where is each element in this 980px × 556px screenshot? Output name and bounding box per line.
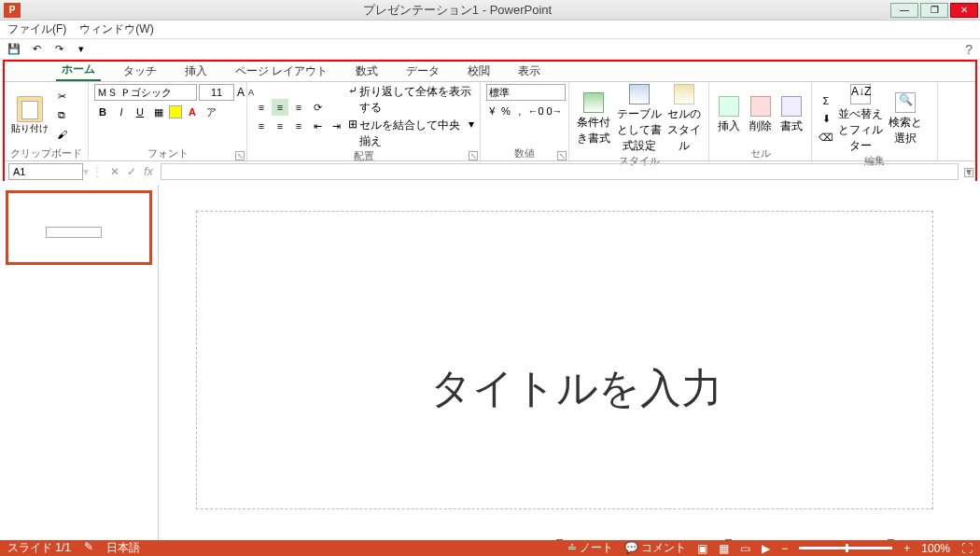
grow-font-icon[interactable]: A [236, 84, 245, 101]
paste-button[interactable]: 貼り付け [10, 96, 49, 135]
number-launcher[interactable]: ⤡ [557, 151, 567, 160]
tab-touch[interactable]: タッチ [118, 62, 162, 81]
insert-icon [719, 96, 739, 117]
decimal-dec-icon[interactable]: 0→ [546, 103, 563, 119]
merge-center-button[interactable]: ⊞セルを結合して中央揃え▾ [348, 118, 474, 149]
wrap-text-button[interactable]: ⤶折り返して全体を表示する [348, 84, 474, 116]
tab-insert[interactable]: 挿入 [179, 62, 213, 81]
group-cells-label: セル [715, 146, 805, 162]
name-box[interactable]: A1 [8, 163, 83, 180]
zoom-in-button[interactable]: + [903, 542, 910, 555]
qat-dropdown-icon[interactable]: ▾ [73, 41, 90, 58]
menu-window[interactable]: ウィンドウ(W) [79, 21, 153, 37]
undo-icon[interactable]: ↶ [28, 41, 45, 58]
ribbon-highlight: ホーム タッチ 挿入 ページ レイアウト 数式 データ 校閲 表示 貼り付け ✂… [3, 60, 977, 181]
slide-title-placeholder[interactable]: タイトルを入力 [430, 361, 722, 416]
fit-window-icon[interactable]: ⛶ [961, 542, 973, 555]
comments-button[interactable]: 💬 コメント [624, 540, 686, 556]
save-icon[interactable]: 💾 [6, 41, 22, 58]
tab-pagelayout[interactable]: ページ レイアウト [230, 62, 333, 81]
border-icon[interactable]: ▦ [150, 104, 167, 120]
font-name-select[interactable] [94, 84, 197, 101]
bold-button[interactable]: B [94, 104, 111, 120]
view-reading-icon[interactable]: ▭ [740, 542, 750, 555]
delete-icon [750, 96, 771, 117]
align-bottom-icon[interactable]: ≡ [290, 99, 307, 116]
indent-dec-icon[interactable]: ⇤ [309, 118, 326, 134]
find-select-button[interactable]: 🔍検索と選択 [887, 92, 924, 146]
slide-thumbnail[interactable] [6, 190, 152, 265]
minimize-button[interactable]: — [890, 3, 918, 18]
align-middle-icon[interactable]: ≡ [272, 99, 288, 116]
indent-inc-icon[interactable]: ⇥ [328, 118, 344, 134]
align-right-icon[interactable]: ≡ [290, 118, 307, 134]
view-sorter-icon[interactable]: ▦ [719, 542, 729, 555]
clipboard-launcher[interactable]: ⤡ [964, 168, 973, 177]
orientation-icon[interactable]: ⟳ [309, 99, 326, 116]
view-normal-icon[interactable]: ▣ [697, 542, 707, 555]
italic-button[interactable]: I [113, 104, 130, 120]
paste-icon [17, 96, 43, 122]
conditional-format-button[interactable]: 条件付き書式 [575, 92, 611, 146]
tab-view[interactable]: 表示 [512, 62, 546, 81]
align-left-icon[interactable]: ≡ [253, 118, 270, 134]
find-icon: 🔍 [895, 92, 916, 113]
cancel-formula-icon[interactable]: ✕ [110, 165, 119, 178]
cut-icon[interactable]: ✂ [53, 89, 70, 105]
tab-formula[interactable]: 数式 [350, 62, 384, 81]
align-top-icon[interactable]: ≡ [253, 99, 270, 116]
font-launcher[interactable]: ⤡ [235, 151, 245, 160]
tab-home[interactable]: ホーム [56, 60, 101, 81]
decimal-inc-icon[interactable]: ←0 [527, 103, 544, 119]
zoom-slider[interactable] [799, 547, 892, 549]
tab-review[interactable]: 校閲 [462, 62, 496, 81]
phonetic-icon[interactable]: ア [203, 104, 219, 120]
cell-style-button[interactable]: セルのスタイル [666, 84, 703, 154]
redo-icon[interactable]: ↷ [50, 41, 67, 58]
format-painter-icon[interactable]: 🖌 [53, 126, 70, 143]
accept-formula-icon[interactable]: ✓ [127, 165, 136, 178]
close-button[interactable]: ✕ [950, 3, 978, 18]
status-slide-count: スライド 1/1 [7, 540, 71, 556]
sort-filter-button[interactable]: A↓Z並べ替えとフィルター [838, 84, 883, 154]
autosum-icon[interactable]: Σ [818, 92, 834, 109]
zoom-level[interactable]: 100% [921, 542, 950, 555]
number-format-select[interactable] [486, 84, 566, 101]
delete-cells-button[interactable]: 削除 [747, 96, 775, 134]
fill-icon[interactable]: ⬇ [818, 111, 834, 128]
help-icon[interactable]: ? [965, 42, 973, 57]
tab-data[interactable]: データ [400, 62, 445, 81]
slide-canvas[interactable]: タイトルを入力 [196, 211, 933, 509]
cell-style-icon [674, 84, 694, 104]
fill-color-icon[interactable] [169, 105, 182, 118]
zoom-out-button[interactable]: − [781, 542, 788, 555]
sort-icon: A↓Z [850, 84, 871, 104]
conditional-format-icon [583, 92, 604, 113]
menu-file[interactable]: ファイル(F) [7, 21, 66, 37]
spell-check-icon[interactable]: ✎ [84, 540, 93, 556]
currency-icon[interactable]: ¥ [486, 103, 498, 119]
font-size-select[interactable] [199, 84, 234, 101]
maximize-button[interactable]: ❐ [920, 3, 948, 18]
insert-cells-button[interactable]: 挿入 [715, 96, 743, 134]
copy-icon[interactable]: ⧉ [53, 107, 70, 124]
wrap-icon: ⤶ [348, 84, 357, 116]
app-icon: P [4, 3, 21, 18]
align-center-icon[interactable]: ≡ [272, 118, 288, 134]
underline-button[interactable]: U [132, 104, 148, 120]
align-launcher[interactable]: ⤡ [469, 151, 478, 160]
font-color-icon[interactable]: A [184, 104, 201, 120]
thumb-preview-object [46, 227, 102, 238]
formula-input[interactable] [161, 163, 959, 180]
status-language[interactable]: 日本語 [106, 540, 140, 556]
group-font-label: フォント [94, 146, 241, 162]
format-icon [781, 96, 802, 117]
fx-icon[interactable]: fx [144, 165, 152, 178]
format-cells-button[interactable]: 書式 [777, 96, 805, 134]
format-as-table-button[interactable]: テーブルとして書式設定 [615, 84, 662, 154]
view-slideshow-icon[interactable]: ▶ [762, 542, 770, 555]
clear-icon[interactable]: ⌫ [818, 130, 834, 146]
percent-icon[interactable]: % [500, 103, 512, 119]
comma-icon[interactable]: , [513, 103, 525, 119]
notes-button[interactable]: ≐ ノート [567, 540, 613, 556]
